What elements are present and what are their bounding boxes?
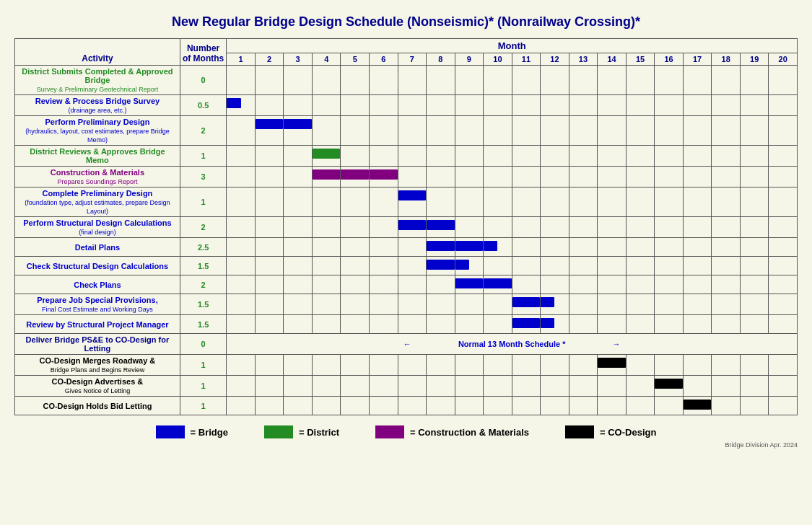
gantt-cell-11: [512, 355, 541, 376]
gantt-cell-8: [427, 294, 455, 315]
gantt-cell-17: [683, 238, 712, 257]
gantt-cell-5: [341, 376, 370, 397]
gantt-cell-14: [598, 95, 627, 116]
gantt-cell-19: [740, 275, 769, 294]
gantt-cell-12: [541, 397, 569, 415]
month-col-8: 8: [427, 53, 455, 66]
activity-cell: Review & Process Bridge Survey(drainage …: [15, 95, 180, 116]
gantt-cell-4: [312, 167, 341, 188]
gantt-cell-16: [655, 397, 684, 415]
gantt-cell-13: [569, 217, 598, 238]
gantt-cell-2: [255, 167, 284, 188]
gantt-cell-16: [655, 238, 684, 257]
gantt-cell-19: [740, 66, 769, 95]
gantt-cell-15: [626, 116, 655, 146]
gantt-cell-5: [341, 315, 370, 334]
gantt-cell-6: [370, 188, 398, 217]
gantt-cell-10: [484, 146, 512, 167]
table-row: Detail Plans2.5: [15, 238, 798, 257]
gantt-cell-18: [712, 294, 741, 315]
gantt-cell-8: [427, 238, 455, 257]
gantt-cell-6: [370, 315, 398, 334]
legend-item: = District: [264, 425, 339, 438]
gantt-cell-6: [370, 257, 398, 275]
gantt-cell-14: [598, 355, 627, 376]
gantt-cell-14: [598, 315, 627, 334]
gantt-cell-8: [427, 315, 455, 334]
gantt-cell-12: [541, 66, 569, 95]
gantt-cell-1: [227, 238, 256, 257]
gantt-cell-16: [655, 66, 684, 95]
gantt-cell-9: [455, 355, 484, 376]
gantt-cell-17: [683, 257, 712, 275]
months-cell: 1: [180, 376, 226, 397]
gantt-cell-8: [427, 167, 455, 188]
months-cell: 1.5: [180, 294, 226, 315]
legend-label: = Bridge: [191, 427, 228, 438]
legend: = Bridge= District= Construction & Mater…: [14, 425, 798, 438]
gantt-cell-13: [569, 167, 598, 188]
gantt-cell-1: [227, 355, 256, 376]
activity-cell: Prepare Job Special Provisions,Final Cos…: [15, 294, 180, 315]
gantt-cell-2: [255, 188, 284, 217]
gantt-cell-15: [626, 238, 655, 257]
gantt-cell-13: [569, 294, 598, 315]
gantt-cell-3: [284, 294, 313, 315]
gantt-cell-8: [427, 275, 455, 294]
gantt-cell-14: [598, 294, 627, 315]
month-col-15: 15: [626, 53, 655, 66]
gantt-cell-20: [769, 275, 798, 294]
gantt-cell-18: [712, 275, 741, 294]
gantt-cell-18: [712, 146, 741, 167]
months-cell: 1: [180, 397, 226, 415]
gantt-cell-14: [598, 116, 627, 146]
gantt-cell-13: [569, 66, 598, 95]
gantt-cell-6: [370, 355, 398, 376]
table-row: Perform Structural Design Calculations(f…: [15, 217, 798, 238]
gantt-cell-11: [512, 257, 541, 275]
gantt-cell-6: [370, 167, 398, 188]
month-col-1: 1: [227, 53, 256, 66]
gantt-cell-4: [312, 188, 341, 217]
gantt-cell-17: [683, 217, 712, 238]
gantt-cell-18: [712, 95, 741, 116]
gantt-cell-13: [569, 257, 598, 275]
gantt-cell-11: [512, 66, 541, 95]
gantt-cell-7: [398, 217, 427, 238]
footer-text: Bridge Division Apr. 2024: [14, 441, 798, 449]
gantt-cell-19: [740, 116, 769, 146]
gantt-cell-1: [227, 116, 256, 146]
gantt-cell-19: [740, 376, 769, 397]
gantt-cell-16: [655, 376, 684, 397]
gantt-cell-17: [683, 66, 712, 95]
gantt-cell-11: [512, 376, 541, 397]
gantt-cell-5: [341, 275, 370, 294]
legend-label: = Construction & Materials: [410, 427, 529, 438]
gantt-cell-11: [512, 315, 541, 334]
table-row: Review & Process Bridge Survey(drainage …: [15, 95, 798, 116]
activity-cell: Perform Structural Design Calculations(f…: [15, 217, 180, 238]
gantt-cell-16: [655, 355, 684, 376]
gantt-cell-15: [626, 188, 655, 217]
gantt-cell-15: [626, 294, 655, 315]
gantt-cell-18: [712, 315, 741, 334]
gantt-cell-14: [598, 146, 627, 167]
gantt-cell-6: [370, 275, 398, 294]
gantt-cell-5: [341, 217, 370, 238]
gantt-cell-13: [569, 275, 598, 294]
gantt-cell-7: [398, 66, 427, 95]
gantt-cell-16: [655, 315, 684, 334]
gantt-cell-19: [740, 355, 769, 376]
gantt-cell-3: [284, 116, 313, 146]
table-row: CO-Design Advertises &Gives Notice of Le…: [15, 376, 798, 397]
gantt-cell-6: [370, 116, 398, 146]
activity-cell: Deliver Bridge PS&E to CO-Design for Let…: [15, 334, 180, 355]
gantt-cell-20: [769, 355, 798, 376]
gantt-cell-17: [683, 275, 712, 294]
gantt-cell-1: [227, 217, 256, 238]
gantt-cell-20: [769, 167, 798, 188]
gantt-cell-12: [541, 188, 569, 217]
gantt-cell-17: [683, 376, 712, 397]
gantt-cell-3: [284, 257, 313, 275]
month-col-14: 14: [598, 53, 627, 66]
